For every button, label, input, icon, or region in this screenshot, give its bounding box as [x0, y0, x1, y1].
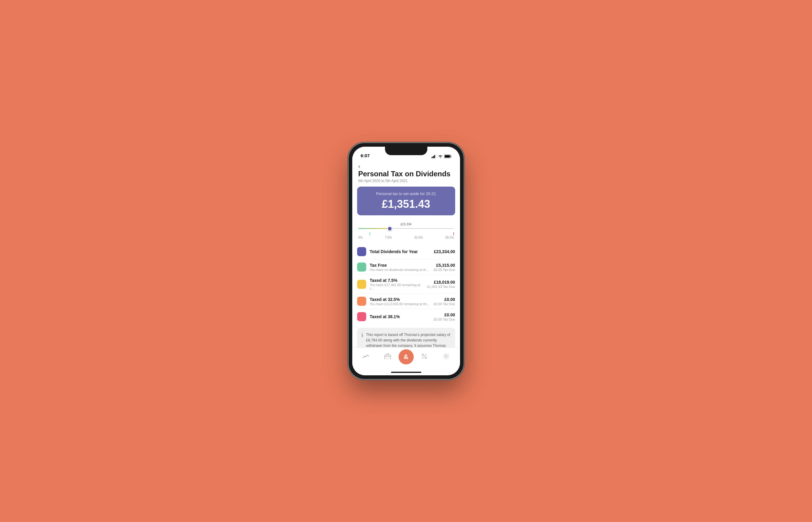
line-item-amount-taxfree: £5,315.00 [434, 263, 455, 268]
slider-pct-2: 32.5% [414, 236, 423, 239]
line-item-amounts-7pct: £18,019.00 £1,351.43 Tax Due [427, 280, 455, 288]
status-icons [431, 155, 451, 158]
line-item-text-total: Total Dividends for Year [370, 249, 430, 254]
page-subtitle: 6th April 2020 to 5th April 2021 [358, 179, 454, 183]
slider-section: £23,334 0% 7.5% 32.5% 38.1% [352, 220, 460, 244]
back-button[interactable]: ‹ [358, 163, 361, 169]
color-swatch-38pct [357, 312, 366, 321]
svg-line-10 [422, 354, 426, 358]
color-swatch-32pct [357, 297, 366, 306]
line-item-amounts-32pct: £0.00 £0.00 Tax Due [434, 297, 455, 306]
notch [385, 147, 427, 155]
info-text: This report is based off Thomas's projec… [366, 332, 451, 347]
svg-rect-7 [445, 156, 450, 158]
line-item-sub-taxfree: You have no dividends remaining at th... [370, 268, 430, 272]
header: ‹ Personal Tax on Dividends 6th April 20… [352, 160, 460, 187]
hero-label: Personal tax to set aside for 20-21 [362, 192, 450, 196]
line-item-name-38pct: Taxed at 38.1% [370, 314, 430, 319]
line-item-amounts-total: £23,334.00 [434, 249, 455, 254]
home-bar [391, 372, 421, 373]
svg-rect-0 [431, 157, 432, 158]
hero-amount: £1,351.43 [362, 198, 450, 210]
svg-point-11 [422, 354, 424, 356]
line-item: Tax Free You have no dividends remaining… [357, 260, 455, 275]
line-item: Taxed at 32.5% You have £112,500.00 rema… [357, 294, 455, 309]
phone-wrapper: 6:07 [349, 143, 464, 379]
color-swatch-taxfree [357, 262, 366, 272]
percent-icon [422, 354, 427, 360]
svg-rect-2 [434, 155, 435, 158]
line-item: Taxed at 7.5% You have £17,481.00 remain… [357, 275, 455, 294]
line-item: Taxed at 38.1% £0.00 £0.00 Tax Due [357, 309, 455, 324]
line-item-sub-7pct: You have £17,481.00 remaining at t... [370, 283, 424, 290]
home-indicator [352, 369, 460, 375]
slider-tick-red [453, 232, 454, 235]
briefcase-icon [384, 354, 391, 360]
line-item: Total Dividends for Year £23,334.00 [357, 244, 455, 260]
signal-icon [431, 155, 437, 158]
line-item-sub-32pct: You have £112,500.00 remaining at thi... [370, 302, 430, 306]
line-item-tax-7pct: £1,351.43 Tax Due [427, 285, 455, 288]
page-title: Personal Tax on Dividends [358, 170, 454, 178]
battery-icon [444, 155, 451, 158]
tab-bar: & [352, 347, 460, 369]
wifi-icon [438, 155, 443, 158]
info-box: ℹ This report is based off Thomas's proj… [357, 328, 455, 347]
slider-track-container: £23,334 [358, 223, 454, 235]
line-item-tax-taxfree: £0.00 Tax Due [434, 268, 455, 272]
line-item-name-total: Total Dividends for Year [370, 249, 430, 254]
slider-thumb[interactable] [387, 226, 392, 231]
line-item-amount-7pct: £18,019.00 [427, 280, 455, 285]
line-items: Total Dividends for Year £23,334.00 Tax … [352, 244, 460, 324]
line-item-text-taxfree: Tax Free You have no dividends remaining… [370, 263, 430, 272]
line-item-name-32pct: Taxed at 32.5% [370, 297, 430, 302]
svg-point-4 [440, 157, 440, 158]
svg-rect-3 [435, 155, 436, 158]
tab-center-button[interactable]: & [399, 349, 414, 364]
tab-tax[interactable] [414, 354, 436, 360]
status-time: 6:07 [361, 153, 370, 158]
svg-point-13 [445, 355, 447, 357]
color-swatch-7pct [357, 280, 366, 289]
svg-rect-1 [433, 156, 434, 158]
slider-track [358, 228, 454, 229]
slider-tick-green [369, 232, 370, 235]
slider-marker-label: £23,334 [400, 223, 411, 226]
gear-icon [443, 353, 449, 360]
line-item-amounts-38pct: £0.00 £0.00 Tax Due [434, 313, 455, 321]
info-icon: ℹ [361, 333, 363, 347]
line-item-amount-38pct: £0.00 [434, 313, 455, 317]
phone-frame: 6:07 [349, 143, 464, 379]
line-item-amounts-taxfree: £5,315.00 £0.00 Tax Due [434, 263, 455, 272]
phone-screen: 6:07 [352, 147, 460, 375]
slider-pct-1: 7.5% [385, 236, 392, 239]
svg-rect-8 [385, 355, 391, 359]
slider-pct-3: 38.1% [445, 236, 454, 239]
tab-settings[interactable] [435, 353, 457, 360]
line-item-tax-38pct: £0.00 Tax Due [434, 318, 455, 321]
line-item-text-38pct: Taxed at 38.1% [370, 314, 430, 319]
hero-card: Personal tax to set aside for 20-21 £1,3… [357, 187, 455, 215]
line-item-amount-32pct: £0.00 [434, 297, 455, 302]
svg-rect-6 [451, 156, 451, 157]
tab-trend[interactable] [355, 354, 377, 360]
line-item-text-32pct: Taxed at 32.5% You have £112,500.00 rema… [370, 297, 430, 306]
trend-icon [363, 354, 369, 360]
color-swatch-total [357, 247, 366, 256]
slider-pct-0: 0% [358, 236, 363, 239]
slider-fill [358, 228, 390, 229]
line-item-main-amount-total: £23,334.00 [434, 249, 455, 254]
back-row: ‹ [358, 163, 454, 169]
slider-labels-row: 0% 7.5% 32.5% 38.1% [358, 236, 454, 239]
line-item-name-7pct: Taxed at 7.5% [370, 278, 424, 283]
line-item-name-taxfree: Tax Free [370, 263, 430, 268]
tab-work[interactable] [377, 354, 399, 360]
ampersand-icon: & [404, 353, 409, 361]
svg-point-12 [425, 357, 427, 359]
line-item-text-7pct: Taxed at 7.5% You have £17,481.00 remain… [370, 278, 424, 290]
screen-content: ‹ Personal Tax on Dividends 6th April 20… [352, 160, 460, 347]
line-item-tax-32pct: £0.00 Tax Due [434, 302, 455, 306]
